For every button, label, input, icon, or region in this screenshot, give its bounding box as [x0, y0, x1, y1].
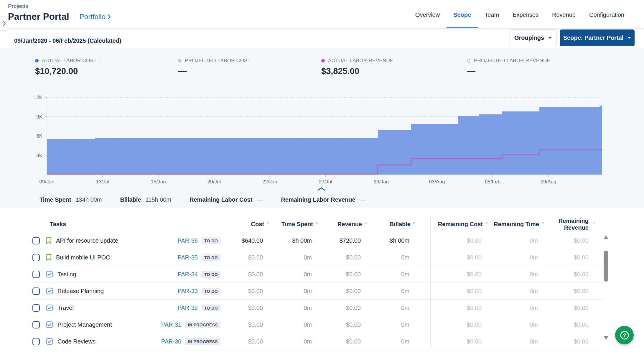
summary-value: 134h 00m — [75, 196, 102, 203]
task-key-link[interactable]: PAR-34 — [177, 271, 198, 278]
remaining-revenue-cell: $0.00 — [538, 338, 603, 345]
y-tick-label: 12K — [34, 95, 43, 100]
question-mark-icon: ? — [619, 329, 630, 341]
table-row: Release PlanningPAR-33TO DO$0.000m$0.000… — [32, 283, 603, 300]
row-checkbox[interactable] — [32, 271, 40, 278]
summary-remaining-labor-revenue: Remaining Labor Revenue— — [281, 196, 365, 203]
task-key-link[interactable]: PAR-36 — [177, 237, 198, 244]
task-key-link[interactable]: PAR-35 — [177, 254, 198, 261]
x-tick-label: 22/Jan — [262, 179, 277, 185]
table-row: Project ManagementPAR-31IN PROGRESS$0.00… — [32, 316, 603, 333]
task-name: API for resource update — [56, 237, 118, 244]
chevron-down-icon — [627, 37, 631, 39]
scrollbar-up-arrow[interactable] — [604, 235, 608, 239]
billable-cell: 0m — [361, 321, 409, 328]
x-tick-label: 05/Feb — [485, 179, 500, 185]
tab-overview[interactable]: Overview — [409, 0, 447, 29]
stat-head: PROJECTED LABOR COST — [178, 58, 251, 64]
tab-bar: OverviewScopeTeamExpensesRevenueConfigur… — [409, 0, 631, 29]
summary-value: — — [257, 196, 263, 203]
task-icon — [46, 271, 53, 278]
cost-cell: $0.00 — [220, 305, 263, 311]
billable-cell: 8h 00m — [361, 237, 409, 244]
tab-expenses[interactable]: Expenses — [506, 0, 545, 29]
column-header-remaining-time[interactable]: Remaining Time^ — [482, 221, 538, 228]
column-header-remaining-cost[interactable]: Remaining Cost^ — [430, 221, 482, 228]
table-row: Build mobile UI POCPAR-35TO DO$0.000m$0.… — [32, 249, 603, 266]
collapse-chart-button[interactable] — [316, 186, 327, 193]
sidebar-expand-button[interactable] — [0, 17, 8, 31]
task-cell: Release PlanningPAR-33TO DO — [32, 283, 220, 299]
remaining-revenue-cell: $0.00 — [538, 254, 603, 261]
tab-configuration[interactable]: Configuration — [582, 0, 631, 29]
task-cell: TestingPAR-34TO DO — [32, 266, 220, 282]
scrollbar-down-arrow[interactable] — [604, 336, 608, 340]
cost-overview-panel: ACTUAL LABOR COST$10,720.00PROJECTED LAB… — [0, 48, 644, 208]
x-tick-label: 13/Jul — [96, 179, 109, 185]
row-checkbox[interactable] — [32, 287, 40, 295]
revenue-cell: $0.00 — [312, 321, 361, 328]
task-name: Project Management — [57, 321, 112, 328]
remaining-revenue-cell: $0.00 — [538, 237, 603, 244]
summary-time-spent: Time Spent134h 00m — [39, 196, 102, 203]
column-header-time-spent[interactable]: Time Spent^ — [263, 221, 312, 228]
y-tick-label: 9K — [36, 114, 42, 120]
stat-value: $10,720.00 — [35, 66, 97, 76]
tab-team[interactable]: Team — [478, 0, 506, 29]
scrollbar-thumb[interactable] — [604, 251, 608, 282]
portfolio-link[interactable]: Portfolio — [80, 13, 111, 21]
chevron-right-icon — [3, 21, 6, 27]
status-badge: TO DO — [202, 237, 220, 244]
column-header-label: Cost — [251, 221, 264, 227]
cost-cell: $0.00 — [220, 338, 263, 345]
labor-cost-chart: 3K6K9K12K09/Jan13/Jul15/Jan20/Jul22/Jan2… — [18, 94, 607, 186]
revenue-cell: $0.00 — [312, 254, 361, 261]
scope-filter-button[interactable]: Scope: Partner Portal — [560, 29, 635, 46]
help-button[interactable]: ? — [615, 326, 634, 344]
stat-projected-labor-cost: PROJECTED LABOR COST— — [178, 58, 251, 76]
column-header-cost[interactable]: Cost^ — [220, 221, 263, 228]
sort-caret-icon: ^ — [591, 221, 595, 226]
row-checkbox[interactable] — [32, 321, 40, 328]
scope-filter-button-label: Scope: Partner Portal — [563, 34, 624, 41]
row-checkbox[interactable] — [32, 237, 40, 244]
x-tick-label: 20/Jul — [207, 179, 221, 185]
y-tick-label: 3K — [36, 153, 42, 158]
time-spent-cell: 0m — [263, 305, 312, 311]
row-checkbox[interactable] — [32, 338, 40, 345]
row-checkbox[interactable] — [32, 304, 40, 312]
date-range-label: 09/Jan/2020 - 06/Feb/2025 (Calculated) — [14, 32, 121, 49]
x-tick-label: 09/Aug — [541, 179, 556, 185]
billable-cell: 0m — [361, 288, 409, 295]
revenue-cell: $0.00 — [312, 338, 361, 345]
task-cell: API for resource updatePAR-36TO DO — [32, 232, 220, 249]
stat-label: ACTUAL LABOR REVENUE — [328, 58, 393, 64]
stat-value: — — [178, 66, 251, 76]
remaining-time-cell: 0m — [482, 305, 538, 311]
breadcrumb-projects[interactable]: Projects — [8, 3, 28, 9]
groupings-button[interactable]: Groupings — [510, 29, 556, 46]
table-row: TestingPAR-34TO DO$0.000m$0.000m$0.000m$… — [32, 266, 603, 283]
remaining-time-cell: 0m — [482, 237, 538, 244]
column-header-remaining-revenue[interactable]: Remaining Revenue^ — [538, 218, 603, 231]
row-checkbox[interactable] — [32, 254, 40, 261]
time-spent-cell: 0m — [263, 338, 312, 345]
table-row: API for resource updatePAR-36TO DO$640.0… — [32, 232, 603, 249]
task-icon — [46, 321, 53, 328]
remaining-time-cell: 0m — [482, 271, 538, 278]
task-key-link[interactable]: PAR-32 — [177, 305, 198, 311]
task-key-link[interactable]: PAR-30 — [161, 338, 182, 345]
stat-label: ACTUAL LABOR COST — [42, 58, 97, 64]
tab-revenue[interactable]: Revenue — [545, 0, 582, 29]
summary-label: Time Spent — [39, 196, 71, 203]
column-header-revenue[interactable]: Revenue^ — [312, 221, 361, 228]
stat-label: PROJECTED LABOR COST — [185, 58, 251, 64]
remaining-cost-cell: $0.00 — [430, 321, 482, 328]
summary-value: 115h 00m — [146, 196, 171, 203]
task-cell: Build mobile UI POCPAR-35TO DO — [32, 249, 220, 266]
column-header-billable[interactable]: Billable^ — [361, 221, 409, 228]
task-key-link[interactable]: PAR-31 — [161, 321, 182, 328]
task-key-link[interactable]: PAR-33 — [177, 288, 198, 295]
tab-scope[interactable]: Scope — [447, 0, 478, 29]
header-divider — [8, 28, 644, 29]
